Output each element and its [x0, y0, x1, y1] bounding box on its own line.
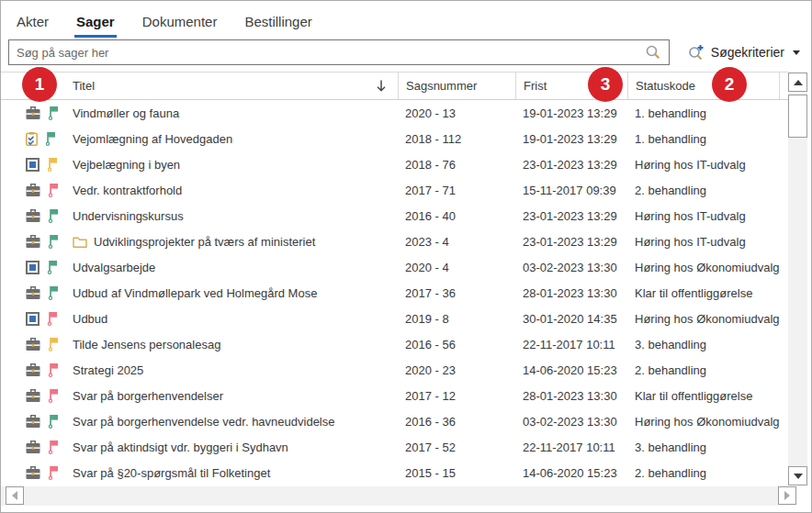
- briefcase-icon: [26, 441, 40, 454]
- briefcase-icon: [26, 389, 40, 403]
- cell-sagsnummer: 2020 - 13: [398, 106, 515, 120]
- tab-bestillinger[interactable]: Bestillinger: [242, 6, 313, 38]
- vertical-scrollbar[interactable]: [788, 72, 807, 485]
- search-plus-icon: [688, 44, 705, 61]
- titel-text: Vedr. kontraktforhold: [73, 184, 182, 197]
- column-label-statuskode: Statuskode: [636, 79, 695, 93]
- table-row[interactable]: Vejbelægning i byen 2018 - 76 23-01-2023…: [1, 151, 788, 177]
- titel-text: Tilde Jensens personalesag: [73, 338, 220, 351]
- cell-statuskode: Klar til offentliggørelse: [627, 286, 788, 300]
- briefcase-icon: [26, 466, 40, 480]
- cell-sagsnummer: 2018 - 76: [398, 158, 515, 172]
- cell-statuskode: 2. behandling: [627, 466, 788, 480]
- table-row[interactable]: Udbud af Vindmøllepark ved Holmegård Mos…: [1, 280, 788, 306]
- table-row[interactable]: Tilde Jensens personalesag 2016 - 56 22-…: [1, 331, 788, 357]
- cell-titel: Vejbelægning i byen: [73, 158, 398, 172]
- tab-akter[interactable]: Akter: [15, 6, 51, 38]
- cell-statuskode: Høring hos IT-udvalg: [627, 209, 788, 223]
- cell-frist: 28-01-2023 13:30: [515, 389, 627, 403]
- cell-titel: Udviklingsprojekter på tværs af minister…: [73, 235, 398, 249]
- cell-titel: Svar på aktindsigt vdr. byggeri i Sydhav…: [73, 441, 398, 454]
- flag-icon: [48, 183, 60, 197]
- cell-statuskode: Høring hos Økonomiudvalg: [627, 415, 788, 429]
- briefcase-icon: [26, 286, 40, 300]
- column-header-sagsnummer[interactable]: Sagsnummer: [398, 72, 515, 99]
- vertical-scroll-thumb[interactable]: [788, 95, 807, 138]
- table-row[interactable]: Vindmøller og fauna 2020 - 13 19-01-2023…: [1, 100, 788, 126]
- cell-statuskode: 3. behandling: [627, 338, 788, 351]
- cell-sagsnummer: 2019 - 8: [398, 312, 515, 326]
- table-row[interactable]: Undervisningskursus 2016 - 40 23-01-2023…: [1, 203, 788, 229]
- titel-text: Svar på §20-spørgsmål til Folketinget: [73, 466, 270, 480]
- flag-icon: [47, 157, 59, 172]
- triangle-down-icon: [794, 474, 803, 479]
- table-row[interactable]: Svar på §20-spørgsmål til Folketinget 20…: [1, 460, 788, 485]
- flag-icon: [48, 414, 60, 429]
- flag-icon: [47, 260, 59, 274]
- cell-sagsnummer: 2017 - 71: [398, 184, 515, 197]
- cell-statuskode: Klar til offentliggørelse: [627, 389, 788, 403]
- row-icons: [1, 337, 73, 351]
- scroll-right-button[interactable]: [778, 486, 796, 505]
- row-icons: [1, 285, 73, 300]
- column-header-statuskode[interactable]: Statuskode: [627, 72, 779, 99]
- triangle-left-icon: [12, 491, 17, 500]
- cell-statuskode: 3. behandling: [627, 441, 788, 454]
- cell-sagsnummer: 2015 - 15: [398, 466, 515, 480]
- table-row[interactable]: Svar på borgerhenvendelser 2017 - 12 28-…: [1, 383, 788, 408]
- row-icons: [1, 414, 73, 429]
- cell-frist: 19-01-2023 13:29: [515, 106, 627, 120]
- row-icons: [1, 234, 73, 249]
- cell-sagsnummer: 2016 - 40: [398, 209, 515, 223]
- screen-icon: [26, 158, 39, 172]
- table-row[interactable]: Udbud 2019 - 8 30-01-2020 14:35 Høring h…: [1, 306, 788, 331]
- cell-frist: 03-02-2023 13:30: [515, 261, 627, 274]
- flag-icon: [48, 465, 60, 480]
- row-icons: [1, 388, 73, 403]
- cell-statuskode: Høring hos Økonomiudvalg: [627, 261, 788, 274]
- scroll-down-button[interactable]: [788, 466, 807, 485]
- table-row[interactable]: Strategi 2025 2020 - 23 14-06-2020 15:23…: [1, 357, 788, 383]
- titel-text: Svar på aktindsigt vdr. byggeri i Sydhav…: [73, 441, 288, 454]
- titel-text: Svar på borgerhenvendelse vedr. havneudv…: [73, 415, 334, 429]
- sogekriterier-button[interactable]: Søgekriterier: [684, 39, 804, 65]
- flag-icon: [48, 234, 60, 249]
- table-row[interactable]: Udviklingsprojekter på tværs af minister…: [1, 229, 788, 254]
- cell-frist: 19-01-2023 13:29: [515, 132, 627, 146]
- column-label-frist: Frist: [524, 79, 547, 93]
- row-icons: [1, 440, 73, 454]
- table-row[interactable]: Vedr. kontraktforhold 2017 - 71 15-11-20…: [1, 177, 788, 203]
- briefcase-icon: [26, 235, 40, 249]
- tab-sager[interactable]: Sager: [74, 6, 117, 38]
- table-body: Vindmøller og fauna 2020 - 13 19-01-2023…: [1, 100, 788, 485]
- cell-frist: 14-06-2020 15:23: [515, 363, 627, 377]
- column-header-titel[interactable]: Titel: [73, 72, 398, 99]
- tab-dokumenter[interactable]: Dokumenter: [141, 6, 220, 38]
- column-label-titel: Titel: [73, 79, 95, 93]
- table-row[interactable]: Svar på borgerhenvendelse vedr. havneudv…: [1, 408, 788, 434]
- table-row[interactable]: Udvalgsarbejde 2020 - 4 03-02-2023 13:30…: [1, 254, 788, 280]
- search-input[interactable]: Søg på sager her: [8, 39, 670, 65]
- scroll-left-button[interactable]: [6, 486, 24, 505]
- cell-titel: Udbud af Vindmøllepark ved Holmegård Mos…: [73, 286, 398, 300]
- table-row[interactable]: Svar på aktindsigt vdr. byggeri i Sydhav…: [1, 434, 788, 460]
- cell-statuskode: Høring hos IT-udvalg: [627, 235, 788, 249]
- triangle-up-icon: [794, 80, 803, 85]
- cell-frist: 22-11-2017 10:11: [515, 441, 627, 454]
- flag-icon: [48, 362, 60, 377]
- folder-icon: [73, 236, 87, 248]
- cell-sagsnummer: 2018 - 112: [398, 132, 515, 146]
- flag-icon: [48, 208, 60, 223]
- flag-icon: [48, 440, 60, 454]
- titel-text: Svar på borgerhenvendelser: [73, 389, 223, 403]
- cell-titel: Udvalgsarbejde: [73, 261, 398, 274]
- horizontal-scrollbar[interactable]: [1, 486, 796, 506]
- titel-text: Vejomlægning af Hovedgaden: [73, 132, 232, 146]
- briefcase-icon: [26, 338, 40, 351]
- scroll-up-button[interactable]: [788, 72, 807, 92]
- row-icons: [1, 311, 73, 326]
- table-row[interactable]: Vejomlægning af Hovedgaden 2018 - 112 19…: [1, 126, 788, 151]
- cell-frist: 03-02-2023 13:30: [515, 415, 627, 429]
- briefcase-icon: [26, 106, 40, 120]
- chevron-down-icon: [793, 50, 800, 55]
